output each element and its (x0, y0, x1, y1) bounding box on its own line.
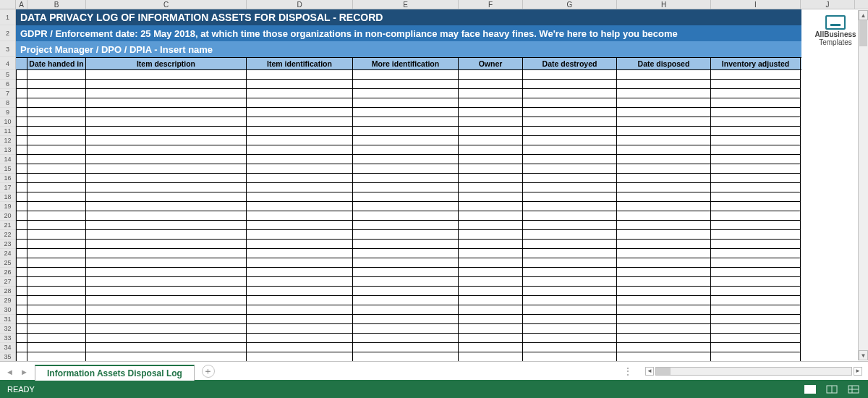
table-col-2[interactable]: Item identification (247, 58, 353, 69)
row-header-26[interactable]: 26 (0, 268, 15, 277)
row-header-2[interactable]: 2 (0, 25, 15, 41)
table-row[interactable] (16, 211, 801, 221)
hscroll-thumb[interactable] (656, 368, 671, 375)
col-header-F[interactable]: F (459, 0, 523, 9)
table-row[interactable] (16, 249, 801, 258)
view-page-layout-button[interactable] (825, 384, 839, 395)
view-page-break-button[interactable] (846, 384, 861, 395)
table-row[interactable] (16, 315, 801, 324)
table-row[interactable] (16, 296, 801, 305)
row-header-15[interactable]: 15 (0, 164, 15, 174)
table-row[interactable] (16, 324, 801, 334)
cells-grid[interactable]: DATA PRIVACY LOG OF INFORMATION ASSETS F… (16, 9, 868, 361)
row-header-1[interactable]: 1 (0, 9, 15, 25)
row-header-24[interactable]: 24 (0, 249, 15, 258)
table-row[interactable] (16, 277, 801, 287)
row-header-12[interactable]: 12 (0, 136, 15, 145)
table-row[interactable] (16, 202, 801, 211)
table-row[interactable] (16, 136, 801, 145)
row-header-13[interactable]: 13 (0, 145, 15, 155)
row-header-20[interactable]: 20 (0, 211, 15, 221)
hscroll-right-arrow[interactable]: ► (854, 367, 862, 376)
table-row[interactable] (16, 174, 801, 183)
row-header-33[interactable]: 33 (0, 334, 15, 343)
table-col-1[interactable]: Item description (86, 58, 247, 69)
tab-nav-next[interactable]: ► (20, 368, 27, 375)
table-row[interactable] (16, 287, 801, 296)
table-row[interactable] (16, 334, 801, 343)
table-row[interactable] (16, 268, 801, 277)
tab-overflow-icon[interactable]: ⋮ (624, 366, 632, 376)
row-header-19[interactable]: 19 (0, 202, 15, 211)
row-header-28[interactable]: 28 (0, 287, 15, 296)
row-header-5[interactable]: 5 (0, 70, 15, 80)
table-row[interactable] (16, 127, 801, 136)
table-row[interactable] (16, 305, 801, 315)
row-header-4[interactable]: 4 (0, 57, 15, 70)
col-header-J[interactable]: J (801, 0, 855, 9)
table-row[interactable] (16, 240, 801, 249)
table-col-5[interactable]: Date destroyed (523, 58, 617, 69)
table-row[interactable] (16, 80, 801, 89)
table-col-6[interactable]: Date disposed (617, 58, 711, 69)
col-header-A[interactable]: A (16, 0, 27, 9)
col-header-H[interactable]: H (617, 0, 711, 9)
hscroll-left-arrow[interactable]: ◄ (645, 367, 654, 376)
row-header-31[interactable]: 31 (0, 315, 15, 324)
row-header-6[interactable]: 6 (0, 80, 15, 89)
row-header-7[interactable]: 7 (0, 89, 15, 98)
row-header-14[interactable]: 14 (0, 155, 15, 164)
table-row[interactable] (16, 192, 801, 202)
view-normal-button[interactable] (803, 384, 817, 395)
row-header-29[interactable]: 29 (0, 296, 15, 305)
scroll-down-arrow[interactable]: ▼ (859, 350, 868, 360)
col-header-D[interactable]: D (247, 0, 353, 9)
row-header-30[interactable]: 30 (0, 305, 15, 315)
select-all-corner[interactable] (0, 0, 16, 9)
sheet-tab-active[interactable]: Information Assets Disposal Log (35, 365, 195, 381)
table-row[interactable] (16, 155, 801, 164)
col-header-C[interactable]: C (86, 0, 247, 9)
row-header-17[interactable]: 17 (0, 183, 15, 192)
row-header-8[interactable]: 8 (0, 98, 15, 108)
vertical-scrollbar[interactable]: ▲ ▼ (858, 10, 868, 360)
vscroll-track[interactable] (859, 20, 868, 350)
row-header-16[interactable]: 16 (0, 174, 15, 183)
col-header-E[interactable]: E (353, 0, 459, 9)
table-row[interactable] (16, 70, 801, 80)
vscroll-thumb[interactable] (859, 20, 867, 46)
scroll-up-arrow[interactable]: ▲ (859, 10, 868, 20)
row-header-3[interactable]: 3 (0, 41, 15, 57)
table-col-0[interactable]: Date handed in (27, 58, 86, 69)
table-col-7[interactable]: Inventory adjusted (711, 58, 801, 69)
row-header-18[interactable]: 18 (0, 192, 15, 202)
data-rows[interactable] (16, 70, 801, 361)
hscroll-track[interactable] (655, 367, 852, 376)
row-header-21[interactable]: 21 (0, 221, 15, 230)
row-header-23[interactable]: 23 (0, 240, 15, 249)
table-row[interactable] (16, 230, 801, 240)
table-row[interactable] (16, 145, 801, 155)
table-row[interactable] (16, 164, 801, 174)
row-header-34[interactable]: 34 (0, 343, 15, 352)
table-row[interactable] (16, 352, 801, 361)
table-col-4[interactable]: Owner (459, 58, 523, 69)
horizontal-scrollbar[interactable]: ◄ ► (645, 367, 862, 376)
table-row[interactable] (16, 258, 801, 268)
row-header-32[interactable]: 32 (0, 324, 15, 334)
table-row[interactable] (16, 221, 801, 230)
row-header-25[interactable]: 25 (0, 258, 15, 268)
col-header-B[interactable]: B (27, 0, 86, 9)
table-row[interactable] (16, 89, 801, 98)
row-header-11[interactable]: 11 (0, 127, 15, 136)
row-header-35[interactable]: 35 (0, 352, 15, 361)
table-row[interactable] (16, 108, 801, 117)
table-row[interactable] (16, 343, 801, 352)
table-row[interactable] (16, 98, 801, 108)
table-col-3[interactable]: More identification (353, 58, 459, 69)
row-header-10[interactable]: 10 (0, 117, 15, 127)
tab-nav-prev[interactable]: ◄ (6, 368, 13, 375)
table-row[interactable] (16, 183, 801, 192)
row-header-9[interactable]: 9 (0, 108, 15, 117)
row-header-27[interactable]: 27 (0, 277, 15, 287)
